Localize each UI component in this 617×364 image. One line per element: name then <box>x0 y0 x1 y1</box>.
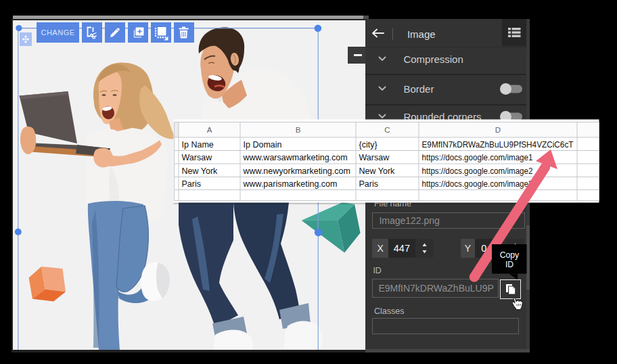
svg-text:https://docs.google.com/image3: https://docs.google.com/image3 <box>422 179 533 189</box>
svg-text:ID: ID <box>505 260 513 269</box>
svg-text:www.parismarketing.com: www.parismarketing.com <box>243 179 338 189</box>
svg-text:A: A <box>207 126 212 134</box>
svg-text:www.newyorkmarketing.com: www.newyorkmarketing.com <box>243 166 350 176</box>
svg-text:Warsaw: Warsaw <box>359 153 390 162</box>
svg-text:E9MfIN7kDRWaZhBuLU9PfSH4VZCiC6: E9MfIN7kDRWaZhBuLU9PfSH4VZCiC6cT <box>422 140 574 150</box>
svg-text:Paris: Paris <box>359 179 378 189</box>
svg-text:Warsaw: Warsaw <box>182 153 213 162</box>
svg-text:https://docs.google.com/image1: https://docs.google.com/image1 <box>422 153 533 162</box>
svg-text:Ip Name: Ip Name <box>182 140 214 150</box>
svg-text:D: D <box>495 126 501 134</box>
svg-text:www.warsawmarketing.com: www.warsawmarketing.com <box>243 153 348 162</box>
svg-text:B: B <box>296 126 301 134</box>
svg-text:New York: New York <box>359 166 396 176</box>
svg-text:{city}: {city} <box>359 140 378 150</box>
svg-text:C: C <box>384 126 390 134</box>
svg-text:Ip Domain: Ip Domain <box>244 140 282 150</box>
svg-text:Copy: Copy <box>500 250 520 260</box>
svg-text:https://docs.google.com/image2: https://docs.google.com/image2 <box>422 166 533 176</box>
svg-text:Paris: Paris <box>182 179 201 189</box>
svg-text:New York: New York <box>182 166 219 176</box>
